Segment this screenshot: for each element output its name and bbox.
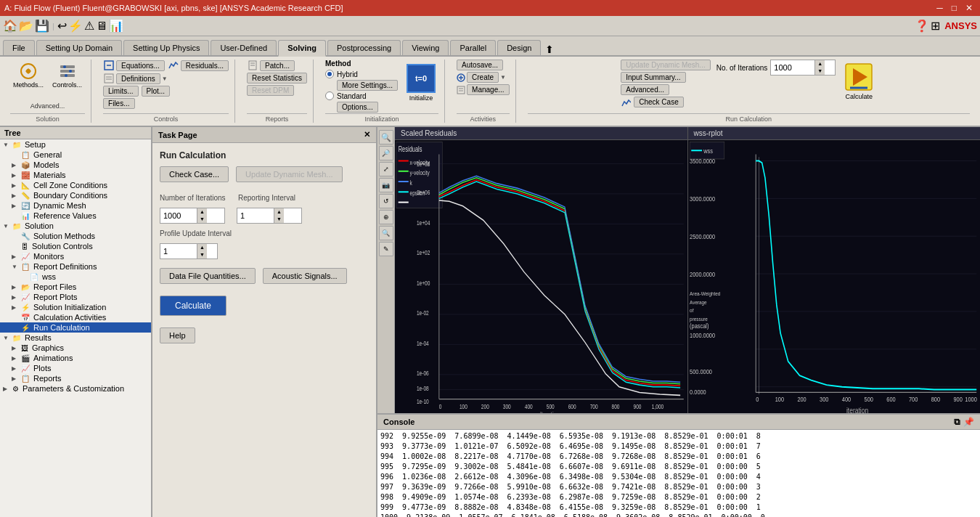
initialize-button[interactable]: t=0 Initialize bbox=[404, 62, 438, 103]
plot-button[interactable]: Plot... bbox=[142, 86, 171, 97]
help-icon[interactable]: ❓ bbox=[915, 19, 929, 33]
sidebar-item-ref-values[interactable]: 📊 Reference Values bbox=[0, 211, 151, 221]
tab-solving[interactable]: Solving bbox=[278, 40, 326, 57]
sidebar-item-results[interactable]: ▼ 📁 Results bbox=[0, 333, 151, 343]
zoom-out-tool[interactable]: 🔎 bbox=[379, 146, 393, 160]
reset-stats-button[interactable]: Reset Statistics bbox=[247, 73, 307, 84]
camera-tool[interactable]: 📷 bbox=[379, 178, 393, 192]
acoustic-signals-btn[interactable]: Acoustic Signals... bbox=[263, 268, 347, 284]
calculate-main-btn[interactable]: Calculate bbox=[160, 296, 226, 316]
num-iter-spinner[interactable]: ▲ ▼ bbox=[160, 208, 225, 224]
layout-icon[interactable]: ⊞ bbox=[931, 19, 940, 33]
standard-radio[interactable]: Standard bbox=[325, 91, 398, 100]
sidebar-item-sol-init[interactable]: ▶ ⚡ Solution Initialization bbox=[0, 302, 151, 312]
pencil-tool[interactable]: ✎ bbox=[379, 242, 393, 256]
fit-tool[interactable]: ⤢ bbox=[379, 162, 393, 176]
window-controls[interactable]: ─ □ ✕ bbox=[934, 3, 976, 13]
sidebar-item-animations[interactable]: ▶ 🎬 Animations bbox=[0, 353, 151, 363]
hybrid-radio[interactable]: Hybrid bbox=[325, 70, 398, 78]
profile-update-down[interactable]: ▼ bbox=[197, 251, 207, 258]
definitions-button[interactable]: Definitions bbox=[116, 73, 160, 84]
tab-viewing[interactable]: Viewing bbox=[402, 40, 449, 55]
more-settings-button[interactable]: More Settings... bbox=[337, 80, 398, 91]
help-btn[interactable]: Help bbox=[160, 327, 195, 343]
options-button[interactable]: Options... bbox=[337, 102, 378, 113]
profile-update-spinner[interactable]: ▲ ▼ bbox=[160, 243, 218, 259]
toolbar-icon-3[interactable]: 💾 bbox=[35, 19, 49, 33]
sidebar-item-general[interactable]: 📋 General bbox=[0, 150, 151, 160]
sidebar-item-report-files[interactable]: ▶ 📂 Report Files bbox=[0, 282, 151, 292]
toolbar-icon-8[interactable]: 📊 bbox=[109, 19, 123, 33]
data-file-quantities-btn[interactable]: Data File Quantities... bbox=[160, 268, 256, 284]
num-iter-up[interactable]: ▲ bbox=[197, 208, 207, 216]
sidebar-item-solution-methods[interactable]: 🔧 Solution Methods bbox=[0, 231, 151, 241]
sidebar-item-plots[interactable]: ▶ 📈 Plots bbox=[0, 363, 151, 373]
create-arrow[interactable]: ▼ bbox=[500, 74, 506, 81]
tab-file[interactable]: File bbox=[3, 40, 35, 55]
sidebar-item-report-defs[interactable]: ▼ 📋 Report Definitions bbox=[0, 261, 151, 272]
tab-postprocessing[interactable]: Postprocessing bbox=[327, 40, 401, 55]
check-case-task-btn[interactable]: Check Case... bbox=[160, 166, 229, 182]
sidebar-item-materials[interactable]: ▶ 🧱 Materials bbox=[0, 170, 151, 180]
reporting-interval-input[interactable] bbox=[237, 210, 274, 221]
iterations-down[interactable]: ▼ bbox=[814, 68, 825, 75]
patch-button[interactable]: Patch... bbox=[260, 60, 295, 71]
sidebar-item-wss[interactable]: 📄 wss bbox=[0, 272, 151, 282]
tab-user-defined[interactable]: User-Defined bbox=[211, 40, 277, 55]
console-pin-btn[interactable]: 📌 bbox=[963, 417, 974, 427]
num-iter-input[interactable] bbox=[160, 210, 197, 221]
create-button[interactable]: Create bbox=[467, 72, 499, 83]
sidebar-item-cell-zones[interactable]: ▶ 📐 Cell Zone Conditions bbox=[0, 180, 151, 190]
controls-button[interactable]: Controls... bbox=[49, 60, 85, 90]
sidebar-item-dynamic-mesh[interactable]: ▶ 🔄 Dynamic Mesh bbox=[0, 200, 151, 211]
minimize-btn[interactable]: ─ bbox=[934, 3, 946, 13]
toolbar-icon-2[interactable]: 📂 bbox=[19, 19, 33, 33]
tab-design[interactable]: Design bbox=[497, 40, 541, 55]
calculate-button-large[interactable]: Calculate bbox=[841, 60, 876, 103]
definitions-arrow[interactable]: ▼ bbox=[162, 76, 168, 82]
tab-expand-icon[interactable]: ⬆ bbox=[545, 44, 554, 55]
profile-update-input[interactable] bbox=[160, 245, 197, 257]
iterations-up[interactable]: ▲ bbox=[814, 60, 825, 68]
reporting-interval-spinner[interactable]: ▲ ▼ bbox=[237, 208, 302, 224]
console-expand-btn[interactable]: ⧉ bbox=[954, 417, 960, 427]
autosave-button[interactable]: Autosave... bbox=[457, 60, 503, 70]
update-dyn-mesh-button[interactable]: Update Dynamic Mesh... bbox=[621, 60, 711, 70]
methods-button[interactable]: Methods... bbox=[10, 60, 46, 90]
input-summary-button[interactable]: Input Summary... bbox=[621, 72, 685, 83]
toolbar-icon-6[interactable]: ⚠ bbox=[84, 19, 94, 33]
residuals-button[interactable]: Residuals... bbox=[181, 60, 229, 71]
toolbar-icon-7[interactable]: 🖥 bbox=[96, 20, 107, 33]
manage-button[interactable]: Manage... bbox=[467, 84, 509, 95]
sidebar-item-run-calc[interactable]: ⚡ Run Calculation bbox=[0, 322, 151, 333]
sidebar-item-setup[interactable]: ▼ 📁 Setup bbox=[0, 139, 151, 150]
sidebar-item-models[interactable]: ▶ 📦 Models bbox=[0, 160, 151, 170]
sidebar-item-solution[interactable]: ▼ 📁 Solution bbox=[0, 221, 151, 231]
tab-setting-up-domain[interactable]: Setting Up Domain bbox=[36, 40, 122, 55]
toolbar-icon-1[interactable]: 🏠 bbox=[3, 19, 17, 33]
sidebar-item-params[interactable]: ▶ ⚙ Parameters & Customization bbox=[0, 383, 151, 394]
num-iter-down[interactable]: ▼ bbox=[197, 216, 207, 223]
toolbar-icon-4[interactable]: ↩ bbox=[57, 19, 67, 33]
sidebar-item-monitors[interactable]: ▶ 📈 Monitors bbox=[0, 251, 151, 261]
target-tool[interactable]: ⊕ bbox=[379, 210, 393, 224]
sidebar-item-calc-activities[interactable]: 📅 Calculation Activities bbox=[0, 312, 151, 322]
equations-button[interactable]: Equations... bbox=[116, 60, 165, 71]
sidebar-item-report-plots[interactable]: ▶ 📈 Report Plots bbox=[0, 292, 151, 302]
iterations-spinner[interactable]: ▲ ▼ bbox=[770, 60, 836, 76]
reset-dpm-button[interactable]: Reset DPM bbox=[247, 85, 294, 96]
rotate-tool[interactable]: ↺ bbox=[379, 194, 393, 208]
files-button[interactable]: Files... bbox=[103, 98, 134, 109]
iterations-input[interactable] bbox=[771, 62, 814, 73]
reporting-interval-up[interactable]: ▲ bbox=[274, 208, 284, 216]
sidebar-item-graphics[interactable]: ▶ 🖼 Graphics bbox=[0, 343, 151, 353]
advanced-label[interactable]: Advanced... bbox=[30, 102, 65, 110]
task-panel-close[interactable]: ✕ bbox=[364, 130, 370, 139]
toolbar-icon-5[interactable]: ⚡ bbox=[68, 19, 83, 33]
maximize-btn[interactable]: □ bbox=[949, 3, 960, 13]
tab-setting-up-physics[interactable]: Setting Up Physics bbox=[123, 40, 209, 55]
update-dyn-mesh-task-btn[interactable]: Update Dynamic Mesh... bbox=[236, 166, 342, 182]
tab-parallel[interactable]: Parallel bbox=[450, 40, 496, 55]
advanced-run-button[interactable]: Advanced... bbox=[621, 84, 669, 95]
sidebar-item-boundary[interactable]: ▶ 📏 Boundary Conditions bbox=[0, 190, 151, 200]
